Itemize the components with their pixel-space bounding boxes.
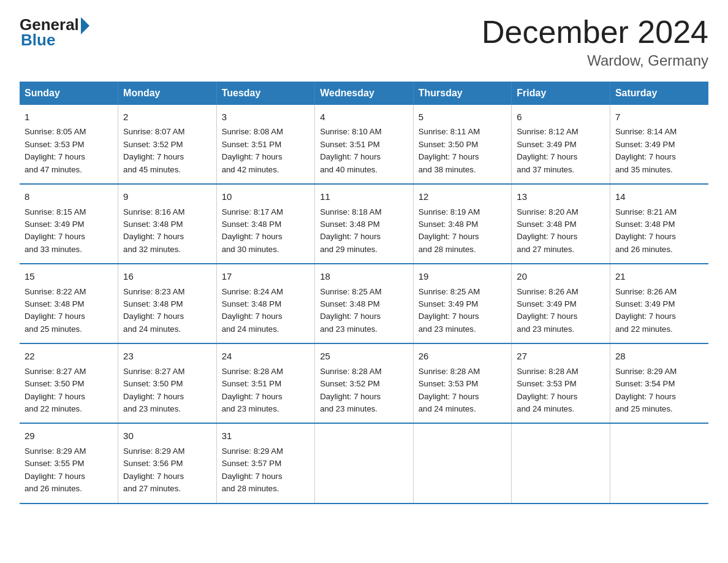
calendar-cell: 19Sunrise: 8:25 AMSunset: 3:49 PMDayligh…: [413, 264, 512, 343]
day-number: 17: [222, 269, 310, 283]
day-info: Sunrise: 8:28 AMSunset: 3:53 PMDaylight:…: [517, 366, 605, 416]
day-number: 18: [320, 269, 408, 283]
calendar-cell: 21Sunrise: 8:26 AMSunset: 3:49 PMDayligh…: [610, 264, 708, 343]
calendar-cell: 31Sunrise: 8:29 AMSunset: 3:57 PMDayligh…: [216, 423, 315, 503]
day-number: 13: [517, 190, 605, 204]
calendar-cell: 6Sunrise: 8:12 AMSunset: 3:49 PMDaylight…: [512, 105, 610, 184]
calendar-cell: 11Sunrise: 8:18 AMSunset: 3:48 PMDayligh…: [315, 184, 414, 264]
calendar-cell: 13Sunrise: 8:20 AMSunset: 3:48 PMDayligh…: [512, 184, 610, 264]
calendar-cell: [512, 423, 610, 503]
day-number: 19: [419, 269, 507, 283]
day-info: Sunrise: 8:21 AMSunset: 3:48 PMDaylight:…: [615, 206, 703, 256]
calendar-cell: 5Sunrise: 8:11 AMSunset: 3:50 PMDaylight…: [413, 105, 512, 184]
calendar-week-row: 29Sunrise: 8:29 AMSunset: 3:55 PMDayligh…: [20, 423, 708, 503]
day-info: Sunrise: 8:05 AMSunset: 3:53 PMDaylight:…: [25, 126, 113, 176]
logo: General Blue: [20, 15, 89, 50]
day-info: Sunrise: 8:19 AMSunset: 3:48 PMDaylight:…: [419, 206, 507, 256]
day-number: 30: [123, 429, 211, 443]
calendar-cell: 14Sunrise: 8:21 AMSunset: 3:48 PMDayligh…: [610, 184, 708, 264]
day-number: 3: [222, 110, 310, 124]
calendar-cell: 7Sunrise: 8:14 AMSunset: 3:49 PMDaylight…: [610, 105, 708, 184]
day-info: Sunrise: 8:28 AMSunset: 3:52 PMDaylight:…: [320, 366, 408, 416]
day-number: 29: [25, 429, 113, 443]
day-info: Sunrise: 8:24 AMSunset: 3:48 PMDaylight:…: [222, 286, 310, 336]
day-info: Sunrise: 8:20 AMSunset: 3:48 PMDaylight:…: [517, 206, 605, 256]
calendar-cell: [413, 423, 512, 503]
calendar-cell: 16Sunrise: 8:23 AMSunset: 3:48 PMDayligh…: [118, 264, 217, 343]
day-number: 8: [25, 190, 113, 204]
calendar-week-row: 8Sunrise: 8:15 AMSunset: 3:49 PMDaylight…: [20, 184, 708, 264]
day-number: 10: [222, 190, 310, 204]
calendar-week-row: 22Sunrise: 8:27 AMSunset: 3:50 PMDayligh…: [20, 343, 708, 423]
day-info: Sunrise: 8:17 AMSunset: 3:48 PMDaylight:…: [222, 206, 310, 256]
day-info: Sunrise: 8:10 AMSunset: 3:51 PMDaylight:…: [320, 126, 408, 176]
col-header-thursday: Thursday: [413, 82, 512, 105]
calendar-title: December 2024: [482, 15, 708, 50]
col-header-wednesday: Wednesday: [315, 82, 414, 105]
day-info: Sunrise: 8:29 AMSunset: 3:57 PMDaylight:…: [222, 445, 310, 496]
day-number: 22: [25, 349, 113, 363]
day-number: 16: [123, 269, 211, 283]
day-info: Sunrise: 8:23 AMSunset: 3:48 PMDaylight:…: [123, 286, 211, 336]
day-number: 26: [419, 349, 507, 363]
calendar-cell: 27Sunrise: 8:28 AMSunset: 3:53 PMDayligh…: [512, 343, 610, 423]
day-number: 7: [615, 110, 703, 124]
calendar-table: SundayMondayTuesdayWednesdayThursdayFrid…: [20, 82, 708, 504]
day-number: 12: [419, 190, 507, 204]
calendar-cell: [315, 423, 414, 503]
day-number: 27: [517, 349, 605, 363]
calendar-cell: 24Sunrise: 8:28 AMSunset: 3:51 PMDayligh…: [216, 343, 315, 423]
calendar-cell: 22Sunrise: 8:27 AMSunset: 3:50 PMDayligh…: [20, 343, 118, 423]
logo-triangle-icon: [81, 17, 89, 34]
day-info: Sunrise: 8:11 AMSunset: 3:50 PMDaylight:…: [419, 126, 507, 176]
logo-blue-text: Blue: [21, 31, 55, 50]
col-header-sunday: Sunday: [20, 82, 118, 105]
calendar-cell: 20Sunrise: 8:26 AMSunset: 3:49 PMDayligh…: [512, 264, 610, 343]
calendar-subtitle: Wardow, Germany: [482, 52, 708, 69]
day-info: Sunrise: 8:14 AMSunset: 3:49 PMDaylight:…: [615, 126, 703, 176]
calendar-cell: 18Sunrise: 8:25 AMSunset: 3:48 PMDayligh…: [315, 264, 414, 343]
day-info: Sunrise: 8:26 AMSunset: 3:49 PMDaylight:…: [517, 286, 605, 336]
day-number: 15: [25, 269, 113, 283]
calendar-cell: 17Sunrise: 8:24 AMSunset: 3:48 PMDayligh…: [216, 264, 315, 343]
day-info: Sunrise: 8:27 AMSunset: 3:50 PMDaylight:…: [25, 366, 113, 416]
page-header: General Blue December 2024 Wardow, Germa…: [20, 15, 708, 69]
calendar-cell: 2Sunrise: 8:07 AMSunset: 3:52 PMDaylight…: [118, 105, 217, 184]
day-number: 21: [615, 269, 703, 283]
day-info: Sunrise: 8:12 AMSunset: 3:49 PMDaylight:…: [517, 126, 605, 176]
day-number: 9: [123, 190, 211, 204]
calendar-cell: [610, 423, 708, 503]
day-number: 6: [517, 110, 605, 124]
day-info: Sunrise: 8:29 AMSunset: 3:55 PMDaylight:…: [25, 445, 113, 496]
day-info: Sunrise: 8:29 AMSunset: 3:56 PMDaylight:…: [123, 445, 211, 496]
calendar-cell: 25Sunrise: 8:28 AMSunset: 3:52 PMDayligh…: [315, 343, 414, 423]
calendar-cell: 30Sunrise: 8:29 AMSunset: 3:56 PMDayligh…: [118, 423, 217, 503]
day-info: Sunrise: 8:27 AMSunset: 3:50 PMDaylight:…: [123, 366, 211, 416]
day-number: 14: [615, 190, 703, 204]
day-number: 1: [25, 110, 113, 124]
day-info: Sunrise: 8:22 AMSunset: 3:48 PMDaylight:…: [25, 286, 113, 336]
day-info: Sunrise: 8:25 AMSunset: 3:48 PMDaylight:…: [320, 286, 408, 336]
day-info: Sunrise: 8:28 AMSunset: 3:51 PMDaylight:…: [222, 366, 310, 416]
day-info: Sunrise: 8:18 AMSunset: 3:48 PMDaylight:…: [320, 206, 408, 256]
day-number: 24: [222, 349, 310, 363]
day-number: 25: [320, 349, 408, 363]
day-number: 23: [123, 349, 211, 363]
day-number: 28: [615, 349, 703, 363]
day-info: Sunrise: 8:28 AMSunset: 3:53 PMDaylight:…: [419, 366, 507, 416]
col-header-tuesday: Tuesday: [216, 82, 315, 105]
calendar-cell: 4Sunrise: 8:10 AMSunset: 3:51 PMDaylight…: [315, 105, 414, 184]
day-info: Sunrise: 8:15 AMSunset: 3:49 PMDaylight:…: [25, 206, 113, 256]
calendar-cell: 9Sunrise: 8:16 AMSunset: 3:48 PMDaylight…: [118, 184, 217, 264]
day-number: 31: [222, 429, 310, 443]
calendar-cell: 10Sunrise: 8:17 AMSunset: 3:48 PMDayligh…: [216, 184, 315, 264]
calendar-cell: 26Sunrise: 8:28 AMSunset: 3:53 PMDayligh…: [413, 343, 512, 423]
calendar-cell: 3Sunrise: 8:08 AMSunset: 3:51 PMDaylight…: [216, 105, 315, 184]
calendar-header-row: SundayMondayTuesdayWednesdayThursdayFrid…: [20, 82, 708, 105]
calendar-week-row: 1Sunrise: 8:05 AMSunset: 3:53 PMDaylight…: [20, 105, 708, 184]
col-header-monday: Monday: [118, 82, 217, 105]
calendar-cell: 23Sunrise: 8:27 AMSunset: 3:50 PMDayligh…: [118, 343, 217, 423]
day-number: 4: [320, 110, 408, 124]
title-block: December 2024 Wardow, Germany: [482, 15, 708, 69]
day-info: Sunrise: 8:25 AMSunset: 3:49 PMDaylight:…: [419, 286, 507, 336]
